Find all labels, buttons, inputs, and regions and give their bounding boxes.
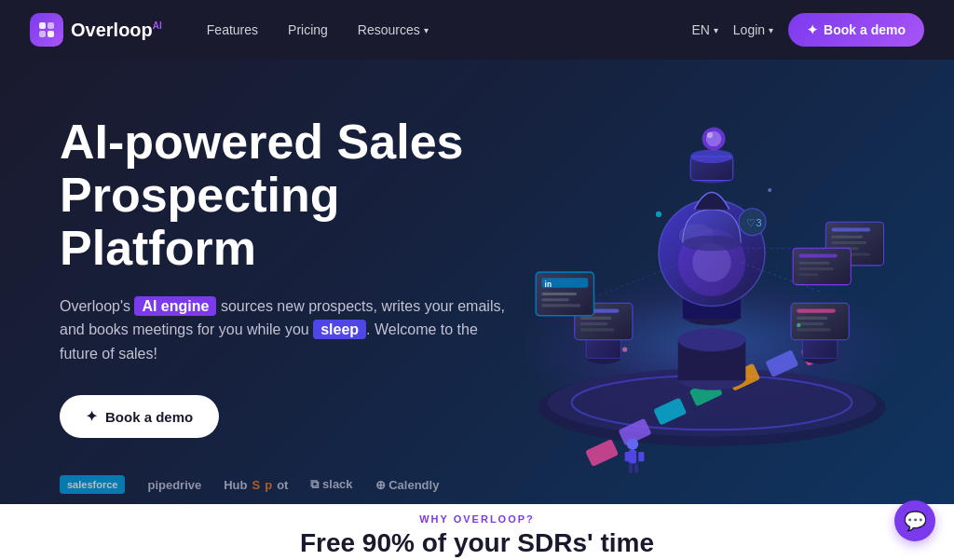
logo-icon (30, 13, 63, 47)
svg-rect-61 (832, 241, 866, 244)
svg-text:in: in (545, 280, 552, 289)
nav-pricing[interactable]: Pricing (288, 22, 328, 37)
bottom-section: WHY OVERLOOP? Free 90% of your SDRs' tim… (0, 504, 954, 560)
integration-hubspot: HubSpot (224, 478, 288, 492)
highlight-ai-engine: AI engine (134, 296, 216, 316)
chat-widget[interactable]: 💬 (894, 500, 935, 541)
svg-rect-1 (48, 22, 54, 29)
nav-features[interactable]: Features (207, 22, 258, 37)
integration-salesforce: salesforce (60, 475, 125, 494)
svg-point-71 (627, 438, 638, 449)
why-label: WHY OVERLOOP? (419, 513, 535, 525)
svg-rect-65 (798, 253, 837, 257)
svg-rect-0 (39, 22, 46, 29)
svg-rect-9 (585, 439, 619, 467)
svg-point-33 (707, 132, 713, 138)
svg-rect-66 (798, 262, 829, 265)
logo[interactable]: OverloopAI (30, 13, 162, 47)
cta-icon: ✦ (86, 408, 98, 425)
svg-text:♡3: ♡3 (746, 217, 761, 228)
svg-rect-57 (541, 304, 579, 307)
svg-point-77 (656, 212, 661, 217)
hero-illustration: ♡3 in (470, 60, 954, 504)
svg-rect-49 (797, 317, 827, 320)
logo-wordmark: OverloopAI (71, 20, 162, 41)
svg-rect-51 (797, 328, 830, 331)
highlight-sleep: sleep (313, 320, 366, 339)
svg-rect-60 (832, 236, 863, 239)
svg-rect-75 (629, 463, 633, 472)
svg-rect-41 (580, 317, 611, 320)
nav-links: Features Pricing Resources (207, 22, 692, 37)
svg-point-27 (683, 236, 741, 252)
integrations-bar: salesforce pipedrive HubSpot ⧉ slack ⊕ C… (60, 475, 522, 494)
hero-illustration-svg: ♡3 in (470, 60, 954, 504)
svg-rect-42 (580, 322, 607, 325)
svg-rect-68 (798, 273, 818, 276)
svg-rect-3 (48, 31, 54, 37)
svg-rect-50 (797, 322, 824, 325)
nav-resources[interactable]: Resources (358, 22, 429, 37)
svg-rect-43 (580, 328, 614, 331)
section-title: Free 90% of your SDRs' time (300, 528, 654, 558)
svg-point-18 (678, 328, 746, 351)
svg-rect-48 (797, 309, 835, 313)
svg-rect-64 (793, 248, 851, 284)
hero-section: AI-powered Sales Prospecting Platform Ov… (0, 60, 954, 504)
svg-rect-67 (798, 267, 833, 270)
demo-icon: ✦ (807, 22, 818, 37)
hero-description: Overloop's AI engine sources new prospec… (60, 294, 507, 366)
svg-point-30 (690, 149, 733, 163)
svg-point-78 (768, 188, 771, 192)
svg-point-79 (622, 347, 627, 351)
svg-point-80 (797, 323, 800, 327)
svg-rect-2 (39, 31, 46, 37)
nav-right: EN Login ✦ Book a demo (691, 13, 924, 47)
svg-rect-56 (541, 298, 568, 301)
lang-selector[interactable]: EN (691, 22, 717, 37)
svg-rect-59 (832, 227, 870, 231)
svg-rect-47 (791, 303, 849, 339)
navbar: OverloopAI Features Pricing Resources EN… (0, 0, 954, 60)
hero-content: AI-powered Sales Prospecting Platform Ov… (0, 60, 522, 504)
book-demo-nav-button[interactable]: ✦ Book a demo (788, 13, 924, 47)
svg-rect-76 (634, 463, 638, 472)
login-button[interactable]: Login (733, 22, 773, 37)
integration-pipedrive: pipedrive (147, 478, 201, 492)
chat-icon: 💬 (904, 510, 927, 532)
hero-title: AI-powered Sales Prospecting Platform (60, 116, 522, 276)
integration-slack: ⧉ slack (310, 477, 352, 492)
integration-calendly: ⊕ Calendly (375, 478, 440, 492)
book-demo-hero-button[interactable]: ✦ Book a demo (60, 395, 219, 438)
svg-rect-74 (638, 452, 644, 461)
svg-rect-73 (625, 452, 631, 461)
svg-rect-55 (541, 293, 576, 295)
